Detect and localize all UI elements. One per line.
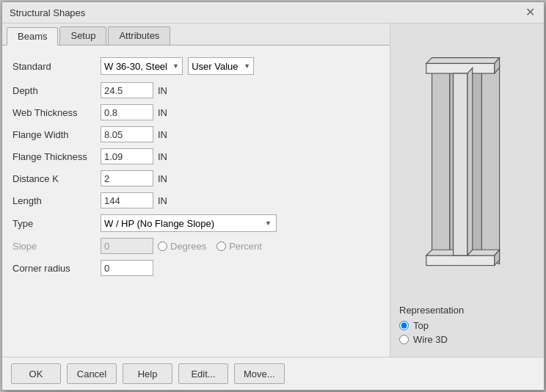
standard-label: Standard bbox=[12, 61, 101, 72]
degrees-radio[interactable] bbox=[158, 242, 167, 251]
svg-marker-4 bbox=[426, 57, 499, 63]
dialog-title: Structural Shapes bbox=[10, 7, 85, 18]
degrees-label: Degrees bbox=[170, 241, 206, 252]
close-button[interactable]: ✕ bbox=[524, 7, 536, 18]
slope-row: Slope Degrees Percent bbox=[12, 238, 379, 254]
percent-radio-item[interactable]: Percent bbox=[216, 241, 262, 252]
degrees-radio-item[interactable]: Degrees bbox=[158, 241, 206, 252]
distance-k-input[interactable] bbox=[101, 170, 153, 186]
button-bar: OK Cancel Help Edit... Move... bbox=[2, 357, 544, 390]
flange-width-label: Flange Width bbox=[12, 129, 101, 140]
user-value-select[interactable]: User Value bbox=[188, 57, 254, 75]
web-thickness-unit: IN bbox=[158, 107, 167, 118]
svg-marker-10 bbox=[467, 68, 473, 255]
svg-marker-0 bbox=[432, 57, 449, 264]
depth-row: Depth IN bbox=[12, 82, 379, 98]
user-value-select-wrapper: User Value bbox=[188, 57, 254, 75]
length-input[interactable] bbox=[101, 192, 153, 208]
web-thickness-label: Web Thickness bbox=[12, 107, 101, 118]
tab-attributes[interactable]: Attributes bbox=[108, 26, 170, 45]
tab-beams[interactable]: Beams bbox=[7, 27, 58, 46]
percent-radio[interactable] bbox=[216, 242, 226, 251]
title-bar: Structural Shapes ✕ bbox=[2, 2, 544, 23]
beam-illustration bbox=[409, 51, 526, 278]
web-thickness-input[interactable] bbox=[101, 104, 153, 120]
flange-thickness-unit: IN bbox=[158, 151, 167, 162]
cancel-button[interactable]: Cancel bbox=[67, 363, 117, 384]
left-panel: Beams Setup Attributes Standard W 36-30,… bbox=[2, 23, 390, 357]
rep-top-label: Top bbox=[413, 320, 429, 331]
representation-section: Representation Top Wire 3D bbox=[396, 299, 538, 351]
slope-input bbox=[101, 238, 153, 254]
length-row: Length IN bbox=[12, 192, 379, 208]
corner-radius-row: Corner radius bbox=[12, 260, 379, 276]
right-panel: Representation Top Wire 3D bbox=[390, 23, 544, 357]
flange-thickness-row: Flange Thickness IN bbox=[12, 148, 379, 164]
corner-radius-label: Corner radius bbox=[12, 263, 101, 274]
length-unit: IN bbox=[158, 195, 167, 206]
rep-wire3d-option[interactable]: Wire 3D bbox=[399, 334, 535, 345]
depth-label: Depth bbox=[12, 85, 101, 96]
svg-rect-9 bbox=[453, 73, 467, 255]
move-button[interactable]: Move... bbox=[234, 363, 285, 384]
form-area: Standard W 36-30, Steel User Value bbox=[2, 46, 390, 357]
standard-row: Standard W 36-30, Steel User Value bbox=[12, 54, 379, 75]
tab-setup[interactable]: Setup bbox=[59, 26, 106, 45]
type-select-wrapper: W / HP (No Flange Slope) bbox=[101, 214, 277, 232]
standard-select-wrapper: W 36-30, Steel bbox=[101, 57, 183, 75]
type-select[interactable]: W / HP (No Flange Slope) bbox=[101, 214, 277, 232]
rep-wire3d-label: Wire 3D bbox=[413, 334, 448, 345]
depth-input[interactable] bbox=[101, 82, 153, 98]
beam-preview bbox=[396, 29, 538, 299]
svg-rect-6 bbox=[426, 255, 494, 266]
rep-wire3d-radio[interactable] bbox=[399, 335, 409, 344]
tab-bar: Beams Setup Attributes bbox=[2, 23, 390, 46]
distance-k-label: Distance K bbox=[12, 173, 101, 184]
distance-k-unit: IN bbox=[158, 173, 167, 184]
rep-top-option[interactable]: Top bbox=[399, 320, 535, 331]
type-row: Type W / HP (No Flange Slope) bbox=[12, 214, 379, 232]
flange-width-input[interactable] bbox=[101, 126, 153, 142]
flange-thickness-label: Flange Thickness bbox=[12, 151, 101, 162]
flange-width-unit: IN bbox=[158, 129, 167, 140]
corner-radius-input[interactable] bbox=[101, 260, 153, 276]
length-label: Length bbox=[12, 195, 101, 206]
svg-rect-3 bbox=[426, 63, 494, 73]
web-thickness-row: Web Thickness IN bbox=[12, 104, 379, 120]
help-button[interactable]: Help bbox=[123, 363, 172, 384]
representation-title: Representation bbox=[399, 305, 535, 316]
dialog-body: Beams Setup Attributes Standard W 36-30,… bbox=[2, 23, 544, 357]
type-label: Type bbox=[12, 218, 101, 229]
depth-unit: IN bbox=[158, 85, 167, 96]
distance-k-row: Distance K IN bbox=[12, 170, 379, 186]
standard-select[interactable]: W 36-30, Steel bbox=[101, 57, 183, 75]
ok-button[interactable]: OK bbox=[11, 363, 61, 384]
edit-button[interactable]: Edit... bbox=[178, 363, 228, 384]
flange-thickness-input[interactable] bbox=[101, 148, 153, 164]
rep-top-radio[interactable] bbox=[399, 321, 409, 330]
slope-radio-group: Degrees Percent bbox=[158, 241, 272, 252]
slope-label: Slope bbox=[12, 241, 101, 252]
percent-label: Percent bbox=[229, 241, 262, 252]
flange-width-row: Flange Width IN bbox=[12, 126, 379, 142]
structural-shapes-dialog: Structural Shapes ✕ Beams Setup Attribut… bbox=[1, 1, 545, 391]
svg-marker-1 bbox=[481, 57, 499, 264]
